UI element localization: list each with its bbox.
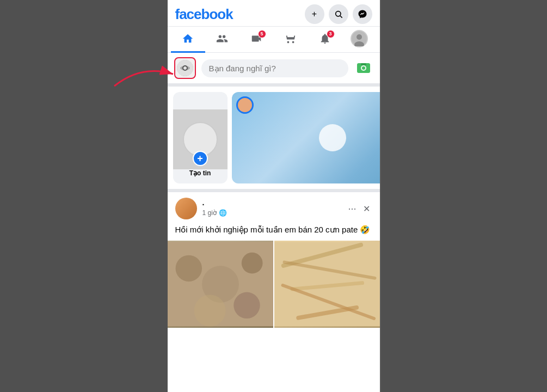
food-img-1-svg	[168, 241, 273, 328]
add-story-icon: +	[193, 151, 208, 166]
post-author-avatar	[175, 198, 197, 219]
video-badge: 5	[258, 30, 266, 38]
profile-ring-avatar	[176, 59, 194, 77]
svg-point-11	[362, 66, 365, 70]
post-card: · 1 giờ 🌐 ··· ✕ Hồi mới khởi nghiệp mỗi …	[168, 192, 380, 328]
post-author-details: · 1 giờ 🌐	[202, 200, 227, 217]
svg-point-0	[335, 11, 340, 16]
story-create-avatar: +	[173, 109, 228, 169]
photo-icon	[356, 60, 371, 76]
post-meta: 1 giờ 🌐	[202, 209, 227, 217]
nav-friends[interactable]	[205, 27, 239, 53]
top-bar: facebook +	[168, 0, 380, 27]
post-image-1[interactable]	[168, 241, 273, 328]
more-options-button[interactable]: ···	[346, 201, 358, 217]
blur-right	[381, 0, 547, 392]
svg-line-1	[340, 16, 342, 18]
search-button[interactable]	[329, 4, 348, 24]
top-icons: +	[305, 4, 372, 24]
nav-notifications[interactable]: 3	[308, 27, 342, 53]
marketplace-icon	[285, 33, 297, 45]
nav-marketplace[interactable]	[274, 27, 308, 53]
stories-section: + Tạo tin P Le M Hi	[168, 87, 380, 192]
post-author-name: ·	[202, 200, 227, 209]
what-thinking-input[interactable]	[201, 59, 348, 77]
profile-avatar-img	[352, 31, 367, 46]
plus-icon: +	[312, 9, 317, 19]
blur-left	[0, 0, 169, 392]
facebook-logo: facebook	[175, 6, 233, 23]
search-icon	[334, 10, 343, 19]
friends-icon	[216, 33, 228, 45]
add-button[interactable]: +	[305, 4, 324, 24]
messenger-icon	[358, 9, 367, 19]
post-header-actions: ··· ✕	[346, 201, 372, 217]
svg-point-17	[194, 295, 225, 326]
profile-avatar-box[interactable]	[174, 57, 196, 79]
home-icon	[182, 33, 194, 45]
post-text: Hồi mới khởi nghiệp mỗi tuần em bán 20 c…	[168, 223, 380, 241]
svg-point-8	[183, 66, 187, 70]
post-images	[168, 241, 380, 328]
nav-home[interactable]	[171, 27, 205, 53]
story-create[interactable]: + Tạo tin	[173, 92, 228, 183]
photo-button[interactable]	[354, 58, 373, 78]
post-time: 1 giờ	[202, 209, 217, 217]
messenger-button[interactable]	[353, 4, 372, 24]
svg-point-3	[357, 34, 362, 40]
close-post-button[interactable]: ✕	[361, 201, 372, 216]
create-story-label: Tạo tin	[189, 169, 211, 177]
post-bar	[168, 53, 380, 87]
nav-profile[interactable]	[342, 27, 377, 53]
svg-point-14	[175, 255, 202, 282]
post-author-info: · 1 giờ 🌐	[175, 198, 227, 219]
story-blur-circle	[319, 124, 346, 151]
food-img-2-svg	[274, 241, 380, 328]
globe-icon: 🌐	[219, 209, 227, 217]
post-image-2[interactable]	[274, 241, 380, 328]
post-header: · 1 giờ 🌐 ··· ✕	[168, 192, 380, 223]
notification-badge: 3	[327, 30, 335, 38]
phone-frame: facebook +	[168, 0, 380, 392]
profile-avatar-small	[351, 30, 368, 47]
svg-point-16	[241, 253, 262, 274]
svg-point-18	[233, 292, 260, 319]
story-item-1[interactable]	[232, 92, 380, 183]
nav-video[interactable]: 5	[239, 27, 274, 53]
nav-bar: 5 3	[168, 27, 380, 53]
svg-rect-12	[361, 63, 366, 65]
